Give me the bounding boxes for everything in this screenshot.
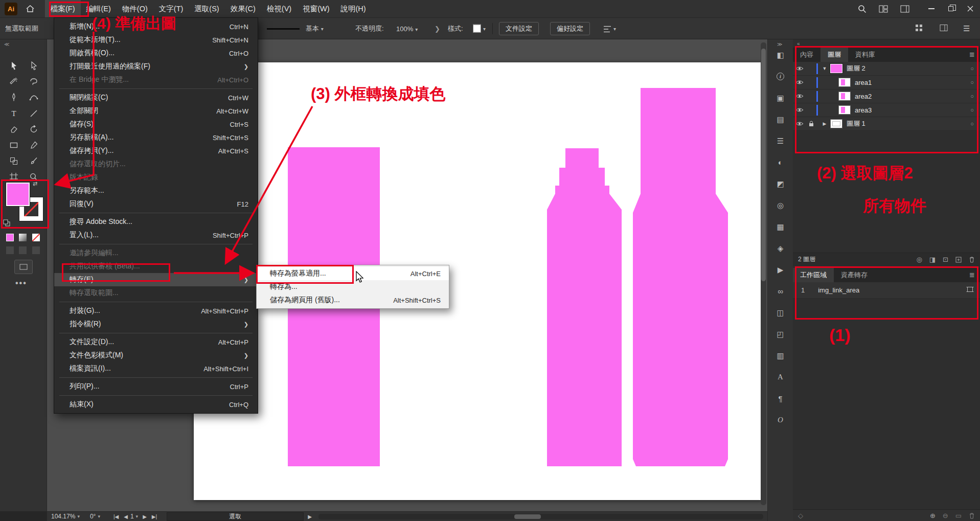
object-name[interactable]: area3	[855, 106, 872, 114]
prev-artboard-icon[interactable]: ◀	[124, 514, 128, 519]
zoom-level[interactable]: 104.17%	[51, 513, 75, 520]
actions-icon[interactable]: ▶	[778, 265, 784, 274]
symbols-icon[interactable]: ◈	[778, 244, 784, 252]
target-circle-icon[interactable]: ○	[970, 107, 974, 113]
bottle-shape-small[interactable]	[547, 148, 622, 466]
artboard-name[interactable]: img_link_area	[818, 286, 859, 294]
layer-row-area3[interactable]: ▼ area3 ○	[793, 103, 980, 117]
grid-view-icon[interactable]	[915, 24, 923, 33]
target-circle-icon[interactable]: ○	[970, 93, 974, 99]
rotation-value[interactable]: 0°	[90, 513, 96, 520]
visibility-eye-icon[interactable]	[793, 107, 806, 112]
search-icon[interactable]	[858, 5, 867, 13]
pattern-icon[interactable]: ▥	[777, 351, 784, 359]
collapse-toolbar-icon[interactable]: ≪	[4, 41, 9, 47]
color-mode-icon[interactable]	[6, 234, 14, 241]
direct-selection-tool[interactable]	[24, 58, 43, 74]
menu-window[interactable]: 視窗(W)	[297, 0, 335, 17]
target-circle-icon[interactable]: ○	[970, 121, 974, 127]
document-setup-button[interactable]: 文件設定	[499, 22, 539, 35]
menu-type[interactable]: 文字(T)	[153, 0, 189, 17]
object-thumbnail[interactable]	[838, 105, 851, 115]
menu-item-package[interactable]: 封裝(G)...Alt+Shift+Ctrl+P	[54, 304, 258, 318]
default-fill-stroke-icon[interactable]	[3, 219, 10, 229]
menu-item-exit[interactable]: 結束(X)Ctrl+Q	[54, 398, 258, 411]
draw-inside-icon[interactable]	[32, 246, 40, 254]
visibility-eye-icon[interactable]	[793, 80, 806, 85]
menu-item-search-adobe-stock[interactable]: 搜尋 Adobe Stock...	[54, 215, 258, 229]
pen-tool[interactable]	[4, 89, 24, 105]
menu-item-save-as-template[interactable]: 另存範本...	[54, 184, 258, 197]
swatches-icon[interactable]: ▦	[777, 222, 784, 231]
rectangle-tool[interactable]	[4, 137, 24, 153]
close-button[interactable]	[961, 0, 980, 17]
menu-item-file-info[interactable]: 檔案資訊(I)...Alt+Shift+Ctrl+I	[54, 362, 258, 375]
menu-item-save-a-copy[interactable]: 儲存拷貝(Y)...Alt+Ctrl+S	[54, 144, 258, 157]
tab-asset-export[interactable]: 資產轉存	[834, 268, 875, 282]
info-icon[interactable]: i	[777, 72, 784, 80]
tab-artboards[interactable]: 工作區域	[793, 268, 834, 282]
align-dropdown[interactable]: ▾	[603, 25, 616, 32]
chevron-right-icon[interactable]: ❯	[435, 25, 440, 32]
workspace-switcher-icon[interactable]	[900, 5, 909, 13]
opentype-icon[interactable]: O	[778, 416, 783, 424]
layer-row-layer1[interactable]: ▶ 圖層 1 ○	[793, 117, 980, 131]
layer-name[interactable]: 圖層 1	[847, 119, 865, 128]
rotate-tool[interactable]	[24, 121, 43, 137]
eraser-tool[interactable]	[4, 121, 24, 137]
line-segment-tool[interactable]	[24, 105, 43, 121]
delete-layer-icon[interactable]	[969, 256, 975, 263]
visibility-eye-icon[interactable]	[793, 121, 806, 126]
swap-fill-stroke-icon[interactable]: ⇄	[33, 180, 37, 187]
character-icon[interactable]: A	[778, 373, 783, 381]
expand-panels-icon[interactable]: ≫	[777, 41, 782, 47]
none-mode-icon[interactable]	[32, 234, 40, 241]
menu-item-place[interactable]: 置入(L)...Shift+Ctrl+P	[54, 229, 258, 242]
new-layer-icon[interactable]	[955, 257, 962, 263]
paragraph-icon[interactable]: ¶	[778, 394, 782, 402]
links-icon[interactable]: ∞	[778, 287, 783, 295]
control-bar-menu-icon[interactable]: ☰	[963, 24, 970, 33]
lock-icon[interactable]	[806, 121, 816, 127]
edit-toolbar-ellipsis-icon[interactable]: •••	[15, 279, 27, 288]
layer-row-area2[interactable]: ▼ area2 ○	[793, 89, 980, 103]
image-trace-icon[interactable]: ◫	[777, 308, 784, 316]
draw-behind-icon[interactable]	[19, 246, 27, 254]
tab-libraries[interactable]: 資料庫	[848, 48, 882, 62]
menu-select[interactable]: 選取(S)	[189, 0, 224, 17]
menu-item-export[interactable]: 轉存(E)❯	[54, 273, 258, 286]
home-icon[interactable]	[26, 5, 35, 13]
layer-row-layer2[interactable]: ▼ 圖層 2 ○	[793, 62, 980, 76]
visibility-eye-icon[interactable]	[793, 94, 806, 99]
menu-item-new[interactable]: 新增(N)...Ctrl+N	[54, 20, 258, 33]
restore-button[interactable]	[941, 0, 961, 17]
collapse-panels-icon[interactable]: «	[797, 41, 800, 47]
first-artboard-icon[interactable]: |◀	[113, 514, 119, 519]
menu-object[interactable]: 物件(O)	[117, 0, 153, 17]
object-name[interactable]: area2	[855, 93, 872, 100]
shape-builder-tool[interactable]	[4, 153, 24, 169]
menu-edit[interactable]: 編輯(E)	[81, 0, 117, 17]
artboards-panel-menu-icon[interactable]: ≣	[964, 268, 980, 282]
reorder-up-icon[interactable]: ⊕	[930, 512, 936, 519]
tab-properties[interactable]: 內容	[793, 48, 821, 62]
change-screen-mode-button[interactable]	[14, 260, 33, 274]
menu-file[interactable]: 檔案(F)	[45, 0, 81, 17]
transparency-icon[interactable]: ◩	[777, 179, 784, 188]
menu-view[interactable]: 檢視(V)	[261, 0, 297, 17]
document-info-icon[interactable]: ▤	[777, 115, 784, 123]
type-tool[interactable]: T	[4, 105, 24, 121]
appearance-icon[interactable]: ◎	[777, 201, 784, 209]
horizontal-scrollbar-thumb[interactable]	[514, 514, 541, 519]
new-sublayer-icon[interactable]: ⊡	[943, 256, 948, 263]
submenu-item-export-for-screens[interactable]: 轉存為螢幕適用...Alt+Ctrl+E	[257, 267, 449, 280]
layer-thumbnail[interactable]	[830, 119, 842, 128]
submenu-item-save-for-web[interactable]: 儲存為網頁用 (舊版)...Alt+Shift+Ctrl+S	[257, 293, 449, 307]
visibility-eye-icon[interactable]	[793, 66, 806, 71]
target-circle-icon[interactable]: ○	[970, 79, 974, 85]
lasso-tool[interactable]	[24, 74, 43, 89]
asset-export-icon[interactable]: ◰	[777, 330, 784, 338]
gradient-mode-icon[interactable]	[19, 234, 27, 241]
draw-normal-icon[interactable]	[6, 246, 14, 254]
eyedropper-tool[interactable]	[24, 137, 43, 153]
